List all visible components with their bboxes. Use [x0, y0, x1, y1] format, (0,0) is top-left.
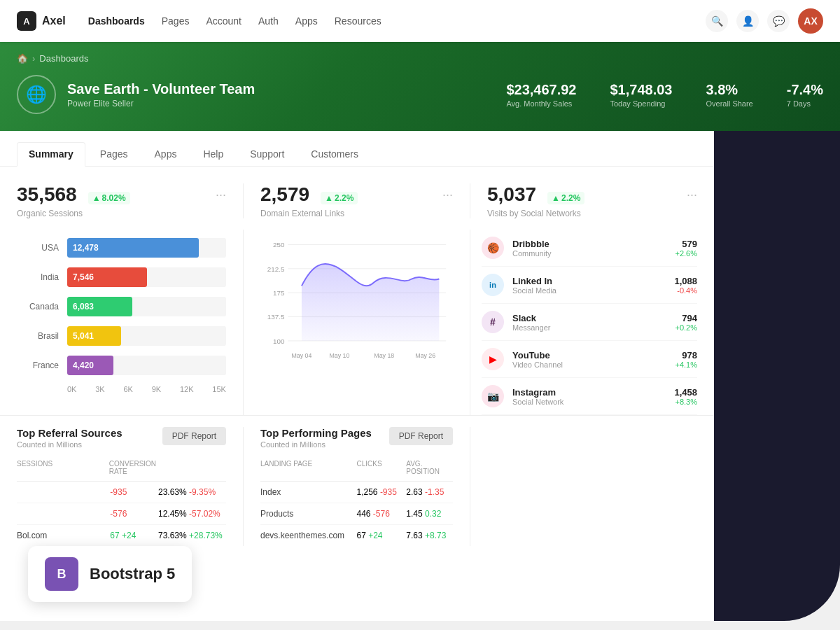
social-visits-card: 5,037 ▲ 2.2% ··· Visits by Social Networ…	[470, 183, 697, 218]
home-icon[interactable]: 🏠	[17, 53, 28, 64]
social-item-slack: # Slack Messanger 794 +0.2%	[482, 304, 697, 341]
instagram-info: Instagram Social Network	[512, 387, 564, 406]
social-networks-section: 🏀 Dribbble Community 579 +2.6% in Linked…	[470, 230, 697, 415]
social-item-youtube: ▶ YouTube Video Channel 978 +4.1%	[482, 341, 697, 378]
social-item-instagram: 📷 Instagram Social Network 1,458 +8.3%	[482, 378, 697, 415]
pages-row-1: Index 1,256 -935 2.63 -1.35	[260, 482, 453, 503]
breadcrumb: 🏠 › Dashboards	[17, 53, 823, 64]
youtube-name: YouTube	[512, 350, 563, 360]
social-visits-badge: ▲ 2.2%	[547, 192, 584, 204]
referral-col-sessions: SESSIONS	[17, 460, 106, 475]
hero-subtitle: Power Elite Seller	[67, 99, 255, 108]
youtube-count: 978	[676, 350, 698, 360]
referral-row1-conv: 23.63% -9.35%	[158, 487, 226, 497]
tabs: Summary Pages Apps Help Support Customer…	[0, 131, 714, 167]
navbar: A Axel Dashboards Pages Account Auth App…	[0, 0, 840, 42]
avatar[interactable]: AX	[798, 8, 823, 34]
hero-title: Save Earth - Volunteer Team	[67, 81, 255, 97]
notifications-button[interactable]: 👤	[736, 10, 759, 32]
bootstrap-badge: B Bootstrap 5	[28, 546, 192, 602]
7days-value: -7.4%	[787, 82, 823, 98]
brand-name: Axel	[42, 15, 66, 27]
dribbble-change: +2.6%	[676, 249, 698, 258]
tab-support[interactable]: Support	[238, 142, 296, 166]
bar-container-brasil: 5,041	[67, 326, 226, 346]
domain-links-value: 2,579	[260, 183, 309, 206]
svg-text:May 10: May 10	[329, 352, 349, 359]
youtube-icon: ▶	[482, 348, 504, 370]
referral-col-conversion: CONVERSION RATE	[109, 460, 156, 475]
hero-section: 🏠 › Dashboards 🌐 Save Earth - Volunteer …	[0, 42, 840, 131]
overall-share-value: 3.8%	[706, 82, 752, 98]
tab-help[interactable]: Help	[191, 142, 235, 166]
bar-container-canada: 6,083	[67, 297, 226, 316]
monthly-sales-value: $23,467.92	[506, 82, 576, 98]
tab-apps[interactable]: Apps	[143, 142, 189, 166]
youtube-change: +4.1%	[676, 360, 698, 369]
youtube-stats: 978 +4.1%	[676, 350, 698, 369]
pages-row1-name: Index	[260, 487, 354, 497]
referral-row3-name: Bol.com	[17, 531, 107, 540]
monthly-sales-label: Avg. Monthly Sales	[506, 99, 576, 108]
referral-row1-sessions: -935	[110, 487, 155, 497]
organic-sessions-more[interactable]: ···	[216, 188, 226, 202]
pages-col-position: AVG. POSITION	[406, 460, 453, 475]
domain-links-card: 2,579 ▲ 2.2% ··· Domain External Links	[244, 183, 470, 218]
nav-apps[interactable]: Apps	[295, 15, 318, 27]
referral-row2-conv: 12.45% -57.02%	[158, 509, 226, 519]
bar-fill-canada: 6,083	[67, 297, 132, 316]
referral-subtitle: Counted in Millions	[17, 440, 122, 449]
bootstrap-label: Bootstrap 5	[90, 565, 175, 583]
referral-title: Top Referral Sources	[17, 427, 122, 439]
nav-links: Dashboards Pages Account Auth Apps Resou…	[88, 15, 683, 27]
pages-row2-name: Products	[260, 509, 354, 519]
pages-col-clicks: CLICKS	[357, 460, 404, 475]
instagram-icon: 📷	[482, 385, 504, 407]
linkedin-info: Linked In Social Media	[512, 276, 556, 295]
dribbble-stats: 579 +2.6%	[676, 239, 698, 258]
dribbble-info: Dribbble Community	[512, 239, 552, 258]
instagram-name: Instagram	[512, 387, 564, 398]
linkedin-type: Social Media	[512, 286, 556, 295]
tab-summary[interactable]: Summary	[17, 142, 85, 167]
referral-row-1: -935 23.63% -9.35%	[17, 482, 226, 503]
social-item-dribbble: 🏀 Dribbble Community 579 +2.6%	[482, 230, 697, 267]
hero-text: Save Earth - Volunteer Team Power Elite …	[67, 81, 255, 108]
referral-pdf-btn[interactable]: PDF Report	[162, 427, 226, 445]
brand[interactable]: A Axel	[17, 11, 66, 31]
dribbble-count: 579	[676, 239, 698, 249]
line-chart-section: 250 212.5 175 137.5 100 May 04 May 10 Ma…	[244, 230, 470, 415]
bar-chart-section: USA 12,478 India 7,546 Canada	[17, 230, 244, 415]
pages-row3-clicks: 67 +24	[357, 531, 404, 540]
search-button[interactable]: 🔍	[706, 10, 728, 32]
instagram-count: 1,458	[674, 387, 697, 398]
messages-button[interactable]: 💬	[767, 10, 790, 32]
svg-text:100: 100	[273, 337, 285, 345]
slack-info: Slack Messanger	[512, 313, 550, 332]
nav-resources[interactable]: Resources	[335, 15, 382, 27]
7days-label: 7 Days	[787, 99, 823, 108]
nav-pages[interactable]: Pages	[162, 15, 190, 27]
bar-label-canada: Canada	[17, 302, 59, 312]
referral-row3-conv: 73.63% +28.73%	[158, 531, 226, 540]
linkedin-count: 1,088	[674, 276, 697, 286]
social-visits-label: Visits by Social Networks	[487, 209, 697, 218]
dribbble-name: Dribbble	[512, 239, 552, 249]
top-pages-pdf-btn[interactable]: PDF Report	[389, 427, 453, 445]
social-visits-more[interactable]: ···	[687, 188, 697, 202]
pages-row3-name: devs.keenthemes.com	[260, 531, 354, 540]
referral-section: Top Referral Sources Counted in Millions…	[17, 427, 244, 546]
svg-text:May 26: May 26	[415, 352, 435, 359]
instagram-type: Social Network	[512, 398, 564, 406]
svg-text:May 04: May 04	[291, 352, 312, 359]
linkedin-icon: in	[482, 274, 504, 296]
domain-links-more[interactable]: ···	[442, 188, 453, 202]
nav-auth[interactable]: Auth	[258, 15, 279, 27]
nav-dashboards[interactable]: Dashboards	[88, 15, 145, 27]
nav-account[interactable]: Account	[206, 15, 241, 27]
tab-pages[interactable]: Pages	[88, 142, 140, 166]
today-spending-value: $1,748.03	[610, 82, 673, 98]
bar-row-brasil: Brasil 5,041	[17, 326, 226, 346]
bar-container-india: 7,546	[67, 267, 226, 287]
tab-customers[interactable]: Customers	[299, 142, 370, 166]
